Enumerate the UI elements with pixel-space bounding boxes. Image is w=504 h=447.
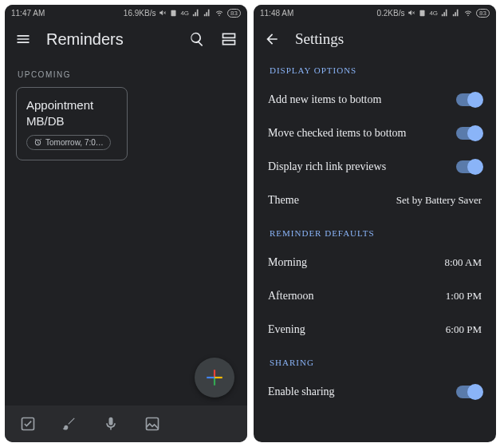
reminder-time-text: Tomorrow, 7:0… — [45, 138, 104, 147]
bottom-bar — [5, 405, 247, 442]
mute-icon — [408, 9, 415, 17]
page-title: Reminders — [46, 30, 174, 49]
reminders-screen: 11:47 AM 16.9KB/s 4G 83 Reminders UPCOMI… — [5, 5, 247, 442]
reminder-card[interactable]: Appointment MB/DB Tomorrow, 7:0… — [16, 87, 128, 160]
toggle-enable-sharing[interactable] — [456, 386, 482, 398]
row-value: 1:00 PM — [446, 290, 482, 303]
row-add-bottom[interactable]: Add new items to bottom — [268, 83, 482, 117]
wifi-icon — [215, 9, 224, 17]
back-button[interactable] — [263, 30, 281, 48]
app-bar: Reminders — [5, 21, 247, 57]
plus-multicolor-icon — [204, 367, 225, 388]
row-evening[interactable]: Evening 6:00 PM — [268, 313, 482, 346]
row-value: 8:00 AM — [444, 256, 482, 269]
row-afternoon[interactable]: Afternoon 1:00 PM — [268, 279, 482, 313]
svg-rect-2 — [223, 41, 235, 45]
hamburger-icon — [15, 31, 31, 47]
status-bar: 11:48 AM 0.2KB/s 4G 83 — [254, 5, 496, 21]
svg-rect-4 — [214, 378, 215, 386]
row-enable-sharing[interactable]: Enable sharing — [268, 375, 482, 409]
row-label: Enable sharing — [268, 386, 335, 398]
status-time: 11:48 AM — [260, 9, 293, 18]
svg-rect-6 — [215, 377, 222, 378]
signal-icon — [192, 9, 200, 17]
row-value: 6:00 PM — [446, 323, 482, 336]
section-display: DISPLAY OPTIONS — [270, 65, 480, 75]
checkbox-icon — [20, 416, 36, 432]
status-right: 16.9KB/s 4G 83 — [124, 9, 241, 18]
battery-pill: 83 — [476, 9, 490, 18]
brush-icon — [61, 416, 77, 432]
reminder-time-chip: Tomorrow, 7:0… — [26, 135, 111, 150]
checkbox-button[interactable] — [19, 415, 37, 433]
row-label: Theme — [268, 194, 299, 207]
settings-content: DISPLAY OPTIONS Add new items to bottom … — [254, 57, 496, 442]
app-bar: Settings — [254, 21, 496, 57]
fab-new[interactable] — [195, 358, 234, 398]
network-badge: 4G — [429, 10, 438, 17]
svg-rect-5 — [207, 377, 215, 378]
mute-icon — [159, 9, 167, 17]
wifi-icon — [463, 9, 473, 17]
row-label: Add new items to bottom — [268, 93, 381, 106]
row-label: Display rich link previews — [268, 160, 386, 173]
toggle-rich-link[interactable] — [456, 160, 482, 173]
view-toggle-button[interactable] — [220, 30, 238, 48]
menu-button[interactable] — [14, 30, 32, 48]
row-label: Evening — [268, 323, 305, 336]
row-label: Morning — [268, 256, 307, 269]
status-time: 11:47 AM — [11, 9, 45, 18]
alarm-icon — [33, 138, 42, 147]
status-net: 0.2KB/s — [376, 9, 404, 18]
toggle-add-bottom[interactable] — [456, 93, 482, 106]
sim-icon — [419, 10, 426, 17]
row-label: Move checked items to bottom — [268, 127, 406, 140]
svg-rect-1 — [223, 34, 235, 38]
row-rich-link[interactable]: Display rich link previews — [268, 150, 482, 184]
row-label: Afternoon — [268, 290, 314, 303]
microphone-icon — [103, 416, 119, 432]
section-defaults: REMINDER DEFAULTS — [270, 228, 480, 238]
sim-icon — [170, 10, 177, 17]
reminder-title: Appointment MB/DB — [26, 97, 117, 129]
status-right: 0.2KB/s 4G 83 — [376, 9, 490, 18]
row-morning[interactable]: Morning 8:00 AM — [268, 246, 482, 279]
status-bar: 11:47 AM 16.9KB/s 4G 83 — [5, 5, 247, 21]
signal-icon-2 — [452, 9, 460, 17]
row-value: Set by Battery Saver — [396, 194, 482, 207]
svg-rect-0 — [171, 10, 176, 16]
toggle-move-checked[interactable] — [456, 127, 482, 140]
svg-rect-9 — [420, 10, 425, 16]
arrow-left-icon — [264, 31, 280, 47]
svg-rect-3 — [214, 370, 215, 378]
signal-icon — [441, 9, 449, 17]
svg-rect-8 — [147, 418, 159, 430]
page-title: Settings — [295, 30, 486, 48]
status-net: 16.9KB/s — [124, 9, 156, 18]
image-icon — [144, 416, 160, 432]
reminders-content: UPCOMING Appointment MB/DB Tomorrow, 7:0… — [5, 57, 247, 405]
battery-pill: 83 — [227, 9, 241, 18]
signal-icon-2 — [203, 9, 211, 17]
row-theme[interactable]: Theme Set by Battery Saver — [268, 184, 482, 217]
image-button[interactable] — [144, 415, 161, 433]
row-move-checked[interactable]: Move checked items to bottom — [268, 117, 482, 150]
section-sharing: SHARING — [270, 358, 480, 367]
mic-button[interactable] — [102, 415, 120, 433]
brush-button[interactable] — [61, 415, 78, 433]
network-badge: 4G — [180, 10, 189, 17]
section-upcoming: UPCOMING — [18, 70, 234, 79]
grid-view-icon — [221, 31, 237, 47]
settings-screen: 11:48 AM 0.2KB/s 4G 83 Settings DISPLAY … — [254, 5, 496, 442]
search-icon — [189, 31, 205, 47]
search-button[interactable] — [188, 30, 206, 48]
